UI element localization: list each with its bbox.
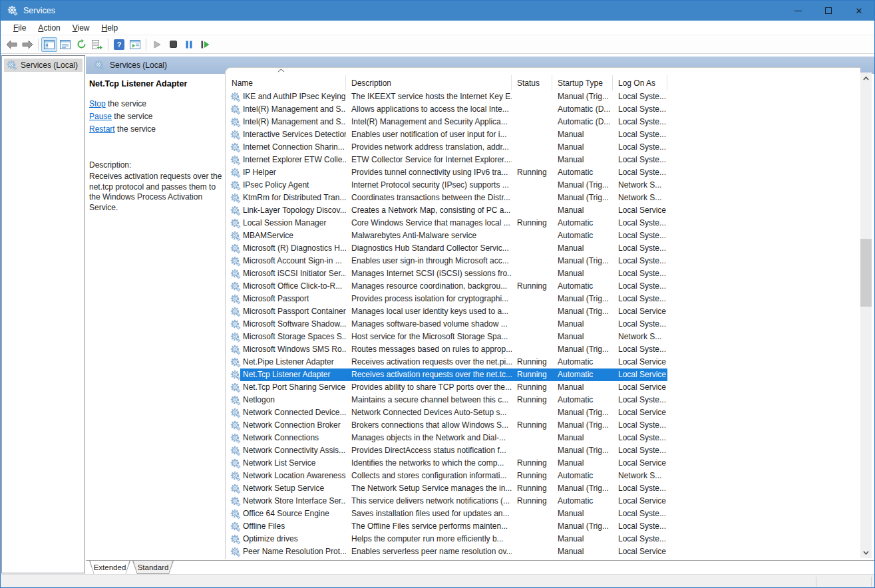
column-header-status[interactable]: Status	[512, 75, 552, 90]
table-row[interactable]: Internet Explorer ETW Colle... ETW Colle…	[226, 154, 860, 166]
menu-view[interactable]: View	[67, 22, 96, 34]
table-row[interactable]: IPsec Policy Agent Internet Protocol sec…	[226, 179, 860, 192]
table-row[interactable]: Network Store Interface Ser... This serv…	[226, 495, 860, 508]
service-logon-cell: Local Service	[613, 406, 667, 419]
table-row[interactable]: Offline Files The Offline Files service …	[226, 520, 860, 533]
table-row[interactable]: IKE and AuthIP IPsec Keying... The IKEEX…	[226, 90, 860, 103]
show-console-tree-button[interactable]	[41, 37, 57, 52]
refresh-button[interactable]	[73, 37, 89, 52]
service-gear-icon	[230, 345, 240, 355]
services-gear-icon	[94, 60, 104, 71]
stop-service-link[interactable]: Stop	[89, 99, 106, 108]
table-row[interactable]: Internet Connection Sharin... Provides n…	[226, 141, 860, 154]
menu-file[interactable]: File	[7, 22, 32, 34]
restart-service-button[interactable]	[197, 37, 213, 52]
service-list-panel: NameDescriptionStatusStartup TypeLog On …	[225, 67, 860, 559]
table-row[interactable]: Microsoft Passport Provides process isol…	[226, 293, 860, 305]
restart-service-line: Restart the service	[89, 123, 156, 136]
column-header-description[interactable]: Description	[346, 75, 512, 90]
service-startup-cell: Automatic	[552, 394, 613, 406]
scroll-down-button[interactable]	[860, 547, 872, 558]
table-row[interactable]: Network Connectivity Assis... Provides D…	[226, 444, 860, 457]
service-name-cell: IP Helper	[240, 166, 346, 179]
close-button[interactable]: ✕	[844, 1, 874, 21]
column-header-log-on-as[interactable]: Log On As	[613, 75, 667, 90]
table-row[interactable]: Microsoft (R) Diagnostics H... Diagnosti…	[226, 242, 860, 255]
service-gear-icon	[230, 206, 240, 216]
tab-extended[interactable]: Extended	[89, 561, 130, 574]
service-logon-cell: Local Syste...	[613, 103, 667, 116]
minimize-icon	[794, 11, 802, 11]
restart-service-link[interactable]: Restart	[89, 124, 115, 134]
minimize-button[interactable]	[783, 1, 813, 21]
table-row[interactable]: Network List Service Identifies the netw…	[226, 457, 860, 470]
table-row[interactable]: Microsoft Windows SMS Ro... Routes messa…	[226, 343, 860, 356]
service-startup-cell: Manual	[552, 242, 613, 255]
table-row[interactable]: Microsoft Software Shadow... Manages sof…	[226, 318, 860, 331]
table-row[interactable]: Net.Tcp Port Sharing Service Provides ab…	[226, 381, 860, 394]
table-row[interactable]: MBAMService Malwarebytes Anti-Malware se…	[226, 229, 860, 242]
service-startup-cell: Automatic	[552, 356, 613, 368]
table-row[interactable]: Microsoft Office Click-to-R... Manages r…	[226, 280, 860, 293]
service-startup-cell: Manual (Trig...	[552, 520, 613, 533]
pause-service-icon	[186, 41, 192, 49]
table-row[interactable]: Link-Layer Topology Discov... Creates a …	[226, 204, 860, 217]
table-row[interactable]: Microsoft Storage Spaces S... Host servi…	[226, 331, 860, 343]
help-button[interactable]: ?	[111, 37, 127, 52]
start-service-icon	[154, 41, 161, 49]
table-row[interactable]: Interactive Services Detection Enables u…	[226, 128, 860, 141]
table-row[interactable]: Network Connections Manages objects in t…	[226, 432, 860, 444]
maximize-button[interactable]	[813, 1, 844, 21]
tab-standard[interactable]: Standard	[132, 561, 174, 574]
table-row[interactable]: IP Helper Provides tunnel connectivity u…	[226, 166, 860, 179]
scrollbar-thumb[interactable]	[860, 239, 872, 307]
table-row[interactable]: Network Connection Broker Brokers connec…	[226, 419, 860, 432]
table-row[interactable]: Netlogon Maintains a secure channel betw…	[226, 394, 860, 406]
table-row[interactable]: Intel(R) Management and S... Allows appl…	[226, 103, 860, 116]
service-name-cell: Internet Connection Sharin...	[240, 141, 346, 154]
service-status-cell	[512, 255, 552, 267]
table-row[interactable]: Network Connected Device... Network Conn…	[226, 406, 860, 419]
table-row[interactable]: Net.Pipe Listener Adapter Receives activ…	[226, 356, 860, 368]
table-row[interactable]: Microsoft iSCSI Initiator Ser... Manages…	[226, 267, 860, 280]
table-row[interactable]: Net.Tcp Listener Adapter Receives activa…	[226, 368, 860, 381]
column-header-startup-type[interactable]: Startup Type	[552, 75, 613, 90]
table-row[interactable]: Office 64 Source Engine Saves installati…	[226, 508, 860, 520]
back-button[interactable]	[3, 37, 19, 52]
menu-action[interactable]: Action	[32, 22, 66, 34]
stop-service-button[interactable]	[165, 37, 181, 52]
export-list-button[interactable]	[89, 37, 105, 52]
table-row[interactable]: Peer Name Resolution Prot... Enables ser…	[226, 545, 860, 558]
table-row[interactable]: Network Setup Service The Network Setup …	[226, 482, 860, 495]
menu-help[interactable]: Help	[96, 22, 124, 34]
table-row[interactable]	[226, 558, 860, 559]
table-row[interactable]: KtmRm for Distributed Tran... Coordinate…	[226, 192, 860, 204]
pause-service-link[interactable]: Pause	[89, 112, 112, 121]
table-row[interactable]: Local Session Manager Core Windows Servi…	[226, 217, 860, 229]
service-name-cell: Internet Explorer ETW Colle...	[240, 154, 346, 166]
table-row[interactable]: Optimize drives Helps the computer run m…	[226, 533, 860, 545]
table-row[interactable]: Network Location Awareness Collects and …	[226, 470, 860, 482]
service-gear-icon	[230, 484, 240, 494]
service-description-cell: Brokers connections that allow Windows S…	[346, 419, 512, 432]
service-gear-icon	[230, 458, 240, 469]
pause-service-button[interactable]	[181, 37, 197, 52]
tree-item-services-local[interactable]: Services (Local)	[4, 59, 83, 72]
show-action-pane-button[interactable]	[127, 37, 143, 52]
table-row[interactable]: Intel(R) Management and S... Intel(R) Ma…	[226, 116, 860, 128]
service-startup-cell: Manual	[552, 457, 613, 470]
properties-button[interactable]	[57, 37, 73, 52]
service-gear-icon	[230, 446, 240, 456]
service-gear-icon	[230, 142, 240, 153]
service-description-cell	[346, 558, 512, 559]
vertical-scrollbar[interactable]	[860, 73, 872, 558]
column-header-name[interactable]: Name	[230, 75, 346, 90]
scroll-up-button[interactable]	[860, 73, 872, 84]
service-startup-cell: Manual (Trig...	[552, 255, 613, 267]
service-description-cell: Core Windows Service that manages local …	[346, 217, 512, 229]
forward-button[interactable]	[19, 37, 35, 52]
start-service-button[interactable]	[149, 37, 165, 52]
table-row[interactable]: Microsoft Account Sign-in ... Enables us…	[226, 255, 860, 267]
table-row[interactable]: Microsoft Passport Container Manages loc…	[226, 305, 860, 318]
service-startup-cell: Automatic	[552, 368, 613, 381]
